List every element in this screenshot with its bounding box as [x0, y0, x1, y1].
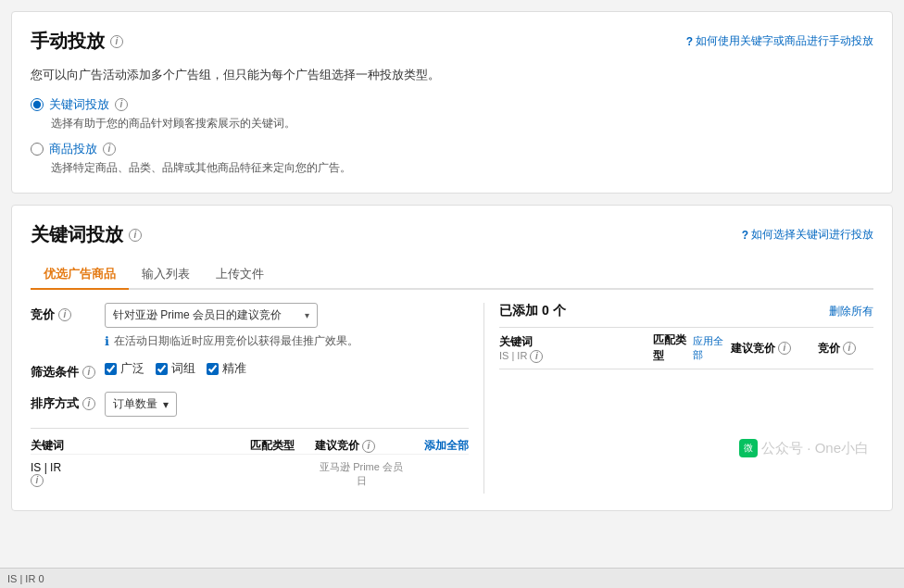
radio-keyword-info-icon[interactable]: i — [115, 98, 128, 111]
bid-dropdown-chevron-icon: ▾ — [305, 310, 309, 320]
sort-label: 排序方式 i — [31, 392, 95, 412]
right-column: 已添加 0 个 删除所有 关键词 IS | IR i 匹配类型 — [484, 303, 873, 494]
checkbox-exact[interactable]: 精准 — [207, 360, 246, 377]
bid-sub-label: 亚马逊 Prime 会员日 — [315, 460, 408, 488]
radio-input-keyword[interactable] — [31, 98, 44, 111]
radio-item-keyword: 关键词投放 i 选择有助于您的商品针对顾客搜索展示的关键词。 — [31, 96, 873, 131]
rt-th-suggest: 建议竞价 i — [731, 341, 814, 357]
radio-keyword-text: 关键词投放 — [49, 96, 109, 113]
rt-bid-info-icon[interactable]: i — [843, 342, 856, 355]
right-table-header: 关键词 IS | IR i 匹配类型 应用全部 建议竞价 — [499, 327, 873, 369]
right-empty-area: 微 公众号 · One小白 — [499, 369, 873, 462]
rt-keyword-sub-info-icon[interactable]: i — [530, 350, 543, 363]
left-th-bid-info-icon[interactable]: i — [362, 440, 375, 453]
radio-keyword-desc: 选择有助于您的商品针对顾客搜索展示的关键词。 — [51, 116, 873, 131]
keyword-card-header: 关键词投放 i ? 如何选择关键词进行投放 — [31, 222, 873, 247]
sort-row: 排序方式 i 订单数量 ▾ — [31, 392, 469, 417]
checkbox-broad-input[interactable] — [105, 363, 117, 375]
sort-dropdown[interactable]: 订单数量 ▾ — [105, 392, 177, 417]
filter-label: 筛选条件 i — [31, 360, 95, 381]
sort-info-icon[interactable]: i — [82, 397, 95, 410]
left-table-header: 关键词 匹配类型 建议竞价 i 添加全部 — [31, 428, 469, 454]
checkbox-exact-input[interactable] — [207, 363, 219, 375]
status-bar-text: IS | IR 0 — [7, 573, 44, 584]
sort-dropdown-chevron-icon: ▾ — [163, 398, 169, 411]
watermark-text: 公众号 · One小白 — [761, 440, 869, 457]
bid-dropdown[interactable]: 针对亚逊 Prime 会员日的建议竞价 ▾ — [105, 303, 318, 328]
bid-note: ℹ 在活动日期临近时应用竞价以获得最佳推广效果。 — [105, 333, 469, 349]
radio-group: 关键词投放 i 选择有助于您的商品针对顾客搜索展示的关键词。 商品投放 i 选择… — [31, 96, 873, 176]
radio-product-text: 商品投放 — [49, 141, 97, 157]
table-row: IS | IR i 亚马逊 Prime 会员日 — [31, 454, 469, 494]
tab-featured-products[interactable]: 优选广告商品 — [31, 260, 129, 290]
watermark: 微 公众号 · One小白 — [739, 439, 869, 457]
row-bid: 亚马逊 Prime 会员日 — [315, 460, 408, 488]
tab-input-list[interactable]: 输入列表 — [129, 260, 203, 290]
bid-info-icon[interactable]: i — [58, 308, 71, 321]
checkbox-phrase-input[interactable] — [156, 363, 168, 375]
radio-label-keyword[interactable]: 关键词投放 i — [31, 96, 873, 113]
radio-label-product[interactable]: 商品投放 i — [31, 141, 873, 157]
radio-item-product: 商品投放 i 选择特定商品、品类、品牌或其他商品特征来定向您的广告。 — [31, 141, 873, 176]
keyword-section-title: 关键词投放 i — [31, 222, 142, 247]
row-keyword-info-icon[interactable]: i — [31, 474, 44, 487]
keyword-help-link[interactable]: ? 如何选择关键词进行投放 — [742, 227, 873, 243]
two-col-layout: 竞价 i 针对亚逊 Prime 会员日的建议竞价 ▾ ℹ 在活动日期临近时应用竞… — [31, 303, 873, 494]
rt-th-match: 匹配类型 应用全部 — [653, 332, 727, 364]
bid-note-icon: ℹ — [105, 334, 109, 348]
manual-help-text: 如何使用关键字或商品进行手动投放 — [696, 33, 873, 49]
watermark-icon: 微 — [739, 439, 758, 457]
left-th-match: 匹配类型 — [235, 438, 309, 454]
rt-th-keyword-sub: IS | IR i — [499, 350, 649, 363]
keyword-help-icon: ? — [742, 229, 748, 242]
rt-th-keyword: 关键词 IS | IR i — [499, 334, 649, 363]
rt-th-bid: 竞价 i — [818, 341, 873, 357]
delete-all-button[interactable]: 删除所有 — [829, 304, 873, 319]
bid-row: 竞价 i 针对亚逊 Prime 会员日的建议竞价 ▾ ℹ 在活动日期临近时应用竞… — [31, 303, 469, 349]
right-title: 已添加 0 个 — [499, 303, 566, 319]
rt-th-match-sub: 应用全部 — [693, 334, 727, 362]
keyword-section-card: 关键词投放 i ? 如何选择关键词进行投放 优选广告商品 输入列表 上传文件 — [11, 205, 893, 511]
manual-help-link[interactable]: ? 如何使用关键字或商品进行手动投放 — [686, 33, 873, 49]
manual-title-info-icon[interactable]: i — [110, 35, 123, 48]
checkbox-phrase[interactable]: 词组 — [156, 360, 195, 377]
sort-control: 订单数量 ▾ — [105, 392, 469, 417]
keyword-help-text: 如何选择关键词进行投放 — [751, 227, 873, 243]
page: 手动投放 i ? 如何使用关键字或商品进行手动投放 您可以向广告活动添加多个广告… — [0, 0, 904, 588]
row-keyword-info: i — [31, 474, 230, 487]
left-th-bid: 建议竞价 i — [315, 438, 408, 454]
manual-help-icon: ? — [686, 35, 693, 48]
radio-input-product[interactable] — [31, 143, 44, 156]
filter-control: 广泛 词组 精准 — [105, 360, 469, 377]
keyword-tabs: 优选广告商品 输入列表 上传文件 — [31, 260, 873, 290]
bid-label: 竞价 i — [31, 303, 95, 323]
right-header: 已添加 0 个 删除所有 — [499, 303, 873, 319]
bid-control: 针对亚逊 Prime 会员日的建议竞价 ▾ ℹ 在活动日期临近时应用竞价以获得最… — [105, 303, 469, 349]
radio-product-desc: 选择特定商品、品类、品牌或其他商品特征来定向您的广告。 — [51, 160, 873, 176]
manual-section-card: 手动投放 i ? 如何使用关键字或商品进行手动投放 您可以向广告活动添加多个广告… — [11, 11, 893, 194]
radio-product-info-icon[interactable]: i — [103, 143, 116, 156]
filter-row: 筛选条件 i 广泛 词组 — [31, 360, 469, 381]
keyword-title-text: 关键词投放 — [31, 222, 123, 247]
manual-subtitle: 您可以向广告活动添加多个广告组，但只能为每个广告组选择一种投放类型。 — [31, 67, 873, 83]
keyword-title-info-icon[interactable]: i — [129, 229, 142, 242]
manual-title-text: 手动投放 — [31, 29, 105, 54]
status-bar: IS | IR 0 — [0, 568, 904, 588]
row-keyword: IS | IR i — [31, 461, 230, 487]
left-th-add[interactable]: 添加全部 — [413, 438, 469, 454]
manual-section-title: 手动投放 i — [31, 29, 123, 54]
tab-upload-file[interactable]: 上传文件 — [203, 260, 277, 290]
rt-suggest-info-icon[interactable]: i — [778, 342, 791, 355]
filter-info-icon[interactable]: i — [82, 366, 95, 379]
left-th-keyword: 关键词 — [31, 438, 230, 454]
checkbox-broad[interactable]: 广泛 — [105, 360, 144, 377]
left-column: 竞价 i 针对亚逊 Prime 会员日的建议竞价 ▾ ℹ 在活动日期临近时应用竞… — [31, 303, 484, 494]
manual-card-header: 手动投放 i ? 如何使用关键字或商品进行手动投放 — [31, 29, 873, 54]
checkbox-group: 广泛 词组 精准 — [105, 360, 469, 377]
